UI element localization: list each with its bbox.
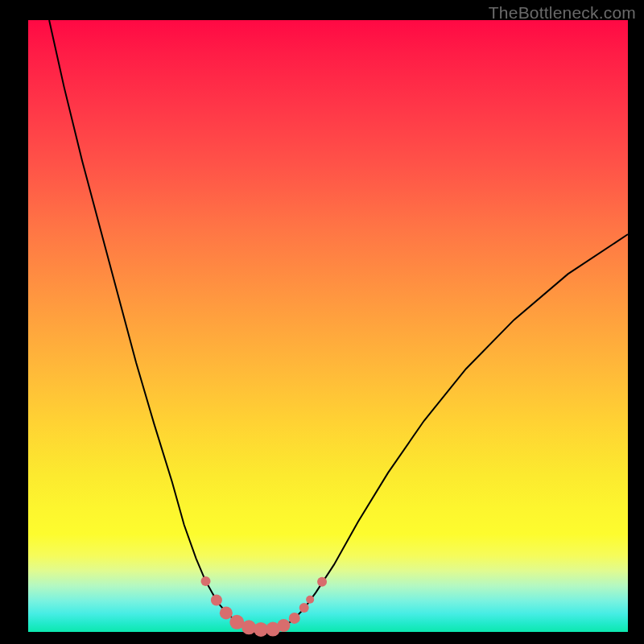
data-marker — [306, 596, 314, 604]
chart-svg — [28, 20, 628, 632]
marker-group — [201, 576, 328, 637]
data-marker — [201, 576, 211, 586]
data-marker — [242, 620, 256, 634]
data-marker — [220, 606, 233, 619]
data-marker — [277, 619, 290, 632]
data-marker — [289, 613, 300, 624]
left-curve — [49, 20, 268, 630]
data-marker — [299, 603, 309, 613]
plot-area — [28, 20, 628, 632]
watermark-text: TheBottleneck.com — [489, 3, 636, 23]
right-curve — [268, 234, 628, 630]
chart-frame: TheBottleneck.com — [0, 0, 644, 644]
data-marker — [211, 594, 222, 605]
data-marker — [317, 577, 327, 587]
